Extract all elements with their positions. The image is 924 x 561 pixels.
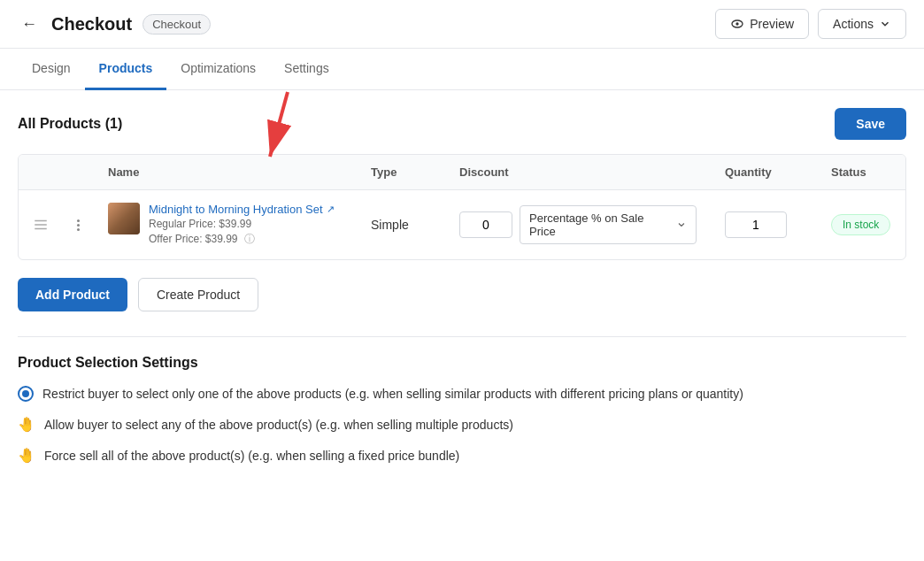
external-link-icon: ↗ — [327, 204, 335, 215]
preview-button[interactable]: Preview — [715, 9, 809, 39]
main-content: All Products (1) Save Name Type — [0, 90, 924, 496]
status-cell: In stock — [817, 190, 905, 260]
drag-handle-icon[interactable] — [33, 217, 49, 233]
action-buttons: Add Product Create Product — [18, 278, 906, 311]
product-name-link[interactable]: Midnight to Morning Hydration Set ↗ — [149, 203, 335, 216]
product-type-cell: Simple — [357, 190, 445, 260]
section-header: All Products (1) Save — [18, 108, 906, 140]
svg-point-1 — [736, 22, 739, 25]
product-image — [108, 203, 140, 234]
regular-price: Regular Price: $39.99 — [149, 218, 335, 230]
top-bar-left: ← Checkout Checkout — [18, 12, 211, 37]
setting-item-1: 🤚 Allow buyer to select any of the above… — [18, 416, 906, 434]
discount-type-select[interactable]: Percentage % on Sale Price — [520, 205, 697, 244]
col-name-header: Name — [94, 155, 357, 190]
col-status-header: Status — [817, 155, 905, 190]
settings-title: Product Selection Settings — [18, 355, 906, 371]
top-bar: ← Checkout Checkout Preview Actions — [0, 0, 924, 49]
page-title: Checkout — [51, 14, 132, 35]
radio-inner-dot — [22, 390, 29, 397]
col-discount-header: Discount — [445, 155, 711, 190]
col-type-header: Type — [357, 155, 445, 190]
setting-text-0: Restrict buyer to select only one of the… — [42, 385, 743, 403]
drag-handle-cell — [19, 190, 63, 260]
table-row: Midnight to Morning Hydration Set ↗ Regu… — [19, 190, 905, 260]
setting-item-2: 🤚 Force sell all of the above product(s)… — [18, 447, 906, 465]
setting-text-2: Force sell all of the above product(s) (… — [44, 447, 459, 465]
eye-icon — [730, 17, 744, 31]
dots-menu-icon[interactable] — [77, 219, 80, 231]
table-header-row: Name Type Discount Quantity Status — [19, 155, 905, 190]
discount-cell: Percentage % on Sale Price — [445, 190, 711, 260]
tab-products[interactable]: Products — [85, 49, 167, 90]
product-info: Midnight to Morning Hydration Set ↗ Regu… — [108, 203, 343, 247]
status-badge: In stock — [831, 214, 890, 235]
col-drag — [19, 155, 63, 190]
setting-text-1: Allow buyer to select any of the above p… — [44, 416, 513, 434]
discount-value-input[interactable] — [459, 211, 512, 238]
save-button[interactable]: Save — [835, 108, 906, 140]
col-quantity-header: Quantity — [711, 155, 817, 190]
product-name-cell: Midnight to Morning Hydration Set ↗ Regu… — [94, 190, 357, 260]
table-wrapper: Name Type Discount Quantity Status — [18, 154, 906, 260]
top-bar-right: Preview Actions — [715, 9, 906, 39]
hand-icon-1[interactable]: 🤚 — [18, 447, 35, 465]
section-title: All Products (1) — [18, 116, 122, 132]
hand-icon-0[interactable]: 🤚 — [18, 416, 35, 434]
tab-design[interactable]: Design — [18, 49, 85, 90]
radio-selected-icon[interactable] — [18, 386, 34, 402]
chevron-down-icon — [879, 18, 891, 30]
add-product-button[interactable]: Add Product — [18, 278, 127, 311]
dots-menu-cell — [63, 190, 94, 260]
product-selection-settings: Product Selection Settings Restrict buye… — [18, 336, 906, 465]
products-table: Name Type Discount Quantity Status — [18, 154, 906, 260]
tab-settings[interactable]: Settings — [270, 49, 343, 90]
actions-button[interactable]: Actions — [818, 9, 906, 39]
offer-price: Offer Price: $39.99 ⓘ — [149, 232, 335, 247]
product-details: Midnight to Morning Hydration Set ↗ Regu… — [149, 203, 335, 247]
product-type: Simple — [371, 218, 409, 232]
tab-optimizations[interactable]: Optimizations — [166, 49, 270, 90]
discount-group: Percentage % on Sale Price — [459, 205, 697, 244]
offer-price-info-icon[interactable]: ⓘ — [244, 233, 255, 245]
breadcrumb-badge: Checkout — [142, 14, 211, 35]
tab-bar: Design Products Optimizations Settings — [0, 49, 924, 90]
col-dots — [63, 155, 94, 190]
quantity-input[interactable] — [725, 211, 787, 238]
table: Name Type Discount Quantity Status — [19, 155, 905, 259]
select-chevron-icon — [676, 219, 687, 230]
create-product-button[interactable]: Create Product — [138, 278, 258, 311]
back-button[interactable]: ← — [18, 12, 41, 37]
setting-item-0: Restrict buyer to select only one of the… — [18, 385, 906, 403]
quantity-cell — [711, 190, 817, 260]
